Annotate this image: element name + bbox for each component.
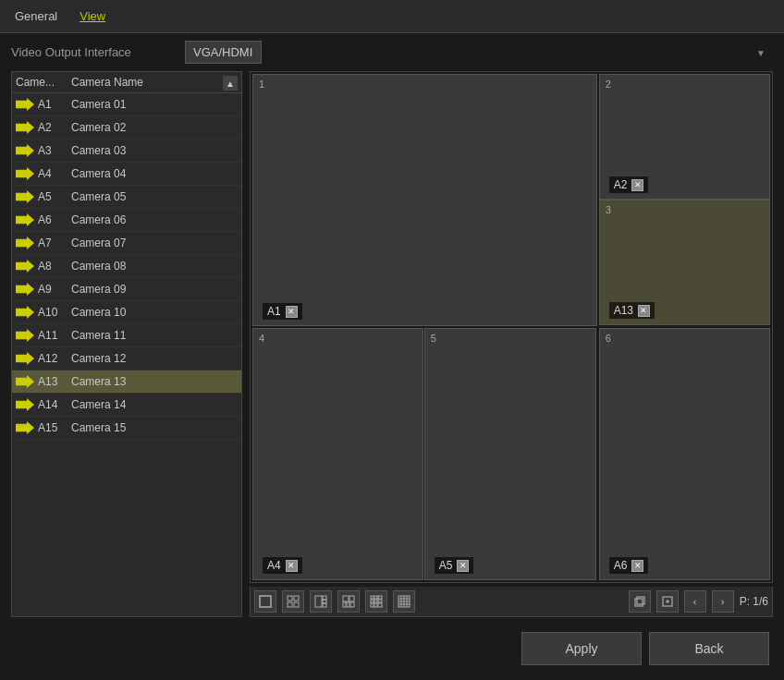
- cell-2-number: 2: [606, 79, 611, 90]
- cell-2-label: A2: [614, 178, 628, 191]
- body-area: Came... Camera Name ▲ A1 Camera 01 A2 Ca…: [11, 71, 773, 617]
- preview-cell-1[interactable]: 1 A1 ✕: [252, 74, 597, 326]
- cell-1-label: A1: [267, 305, 281, 318]
- cell-2-badge: A2 ✕: [609, 176, 649, 193]
- interface-select[interactable]: VGA/HDMI HDMI VGA: [185, 41, 262, 64]
- svg-rect-13: [349, 596, 354, 601]
- cell-5-badge: A5 ✕: [435, 557, 474, 574]
- camera-item[interactable]: A13 Camera 13: [12, 370, 241, 394]
- camera-icon-5: [16, 213, 34, 226]
- camera-item[interactable]: A1 Camera 01: [12, 93, 241, 116]
- back-button[interactable]: Back: [649, 632, 769, 665]
- col-name-header: Camera Name: [71, 76, 238, 89]
- layout-1p7-btn[interactable]: [337, 590, 360, 613]
- svg-rect-2: [294, 596, 299, 601]
- layout-1p5-btn[interactable]: [310, 590, 332, 613]
- cam-id-3: A4: [38, 167, 71, 180]
- apply-button[interactable]: Apply: [521, 632, 642, 665]
- camera-item[interactable]: A15 Camera 15: [12, 417, 241, 440]
- cell-6-number: 6: [606, 333, 611, 344]
- nav-general[interactable]: General: [11, 7, 61, 25]
- cam-id-8: A9: [38, 283, 71, 296]
- camera-item[interactable]: A10 Camera 10: [12, 301, 241, 324]
- cam-name-3: Camera 04: [71, 167, 238, 180]
- page-info: P: 1/6: [740, 595, 768, 608]
- preview-cell-6[interactable]: 6 A6 ✕: [599, 328, 770, 580]
- preview-cell-3[interactable]: 3 A13 ✕: [599, 200, 770, 325]
- cell-3-number: 3: [606, 204, 611, 215]
- paste-layout-btn[interactable]: [656, 590, 679, 613]
- interface-row: Video Output Interface VGA/HDMI HDMI VGA: [11, 41, 773, 64]
- cam-id-0: A1: [38, 98, 71, 111]
- cell-3-remove[interactable]: ✕: [638, 305, 650, 317]
- cell-1-remove[interactable]: ✕: [286, 306, 298, 318]
- camera-icon-6: [16, 237, 34, 249]
- next-page-btn[interactable]: ›: [712, 590, 734, 613]
- camera-item[interactable]: A12 Camera 12: [12, 347, 241, 370]
- cam-name-12: Camera 13: [71, 375, 238, 388]
- cell-1-number: 1: [259, 79, 264, 90]
- cell-4-badge: A4 ✕: [263, 557, 302, 574]
- cam-id-13: A14: [38, 398, 71, 411]
- cam-name-0: Camera 01: [71, 98, 238, 111]
- cam-id-12: A13: [38, 375, 71, 388]
- layout-1x1-btn[interactable]: [254, 590, 276, 613]
- cam-id-9: A10: [38, 306, 71, 319]
- cam-name-14: Camera 15: [71, 421, 238, 434]
- list-scroll-up[interactable]: ▲: [223, 76, 238, 91]
- camera-item[interactable]: A3 Camera 03: [12, 140, 241, 163]
- copy-layout-btn[interactable]: [629, 590, 651, 613]
- camera-item[interactable]: A7 Camera 07: [12, 232, 241, 255]
- layout-2x2-btn[interactable]: [282, 590, 304, 613]
- camera-item[interactable]: A9 Camera 09: [12, 278, 241, 301]
- cam-id-5: A6: [38, 213, 71, 226]
- interface-label: Video Output Interface: [11, 45, 178, 59]
- camera-item[interactable]: A6 Camera 06: [12, 209, 241, 232]
- camera-list-body[interactable]: A1 Camera 01 A2 Camera 02 A3 Camera 03 A…: [12, 93, 241, 616]
- preview-grid: 1 A1 ✕ 2 A2 ✕ 3: [250, 71, 773, 583]
- camera-item[interactable]: A2 Camera 02: [12, 116, 241, 140]
- cam-id-2: A3: [38, 144, 71, 157]
- preview-cell-5[interactable]: 5 A5 ✕: [424, 328, 596, 580]
- svg-rect-17: [371, 600, 374, 602]
- cell-4-number: 4: [259, 333, 264, 344]
- nav-view[interactable]: View: [76, 7, 109, 25]
- svg-rect-14: [371, 596, 374, 599]
- cell-4-remove[interactable]: ✕: [286, 560, 298, 572]
- cell-5-label: A5: [439, 559, 453, 572]
- top-nav: General View: [0, 0, 784, 33]
- camera-item[interactable]: A5 Camera 05: [12, 186, 241, 209]
- cell-6-badge: A6 ✕: [609, 557, 649, 574]
- preview-cell-2[interactable]: 2 A2 ✕: [599, 74, 770, 200]
- svg-rect-11: [347, 602, 349, 607]
- prev-page-btn[interactable]: ‹: [684, 590, 706, 613]
- svg-rect-16: [378, 596, 382, 599]
- camera-icon-8: [16, 283, 34, 296]
- preview-controls: ‹ › P: 1/6: [250, 587, 773, 617]
- cell-1-badge: A1 ✕: [263, 303, 302, 320]
- layout-4x4-btn[interactable]: [393, 590, 415, 613]
- svg-rect-7: [323, 600, 326, 603]
- cell-6-remove[interactable]: ✕: [631, 560, 643, 572]
- cell-3-badge: A13 ✕: [609, 302, 655, 319]
- camera-list-header: Came... Camera Name ▲: [12, 72, 241, 93]
- cam-name-5: Camera 06: [71, 213, 238, 226]
- camera-item[interactable]: A11 Camera 11: [12, 324, 241, 347]
- layout-3x3-btn[interactable]: [365, 590, 387, 613]
- cam-name-8: Camera 09: [71, 283, 238, 296]
- preview-cell-4[interactable]: 4 A4 ✕: [252, 328, 423, 580]
- camera-item[interactable]: A8 Camera 08: [12, 255, 241, 278]
- cell-5-number: 5: [431, 333, 436, 344]
- cell-5-remove[interactable]: ✕: [457, 560, 469, 572]
- camera-list: Came... Camera Name ▲ A1 Camera 01 A2 Ca…: [11, 71, 242, 617]
- svg-rect-10: [343, 602, 346, 607]
- camera-item[interactable]: A14 Camera 14: [12, 394, 241, 417]
- svg-rect-30: [635, 599, 643, 606]
- camera-item[interactable]: A4 Camera 04: [12, 163, 241, 186]
- svg-rect-31: [637, 597, 644, 604]
- cell-2-remove[interactable]: ✕: [631, 179, 643, 191]
- cam-name-9: Camera 10: [71, 306, 238, 319]
- camera-icon-4: [16, 190, 34, 203]
- svg-rect-22: [378, 603, 382, 607]
- camera-icon-2: [16, 144, 34, 157]
